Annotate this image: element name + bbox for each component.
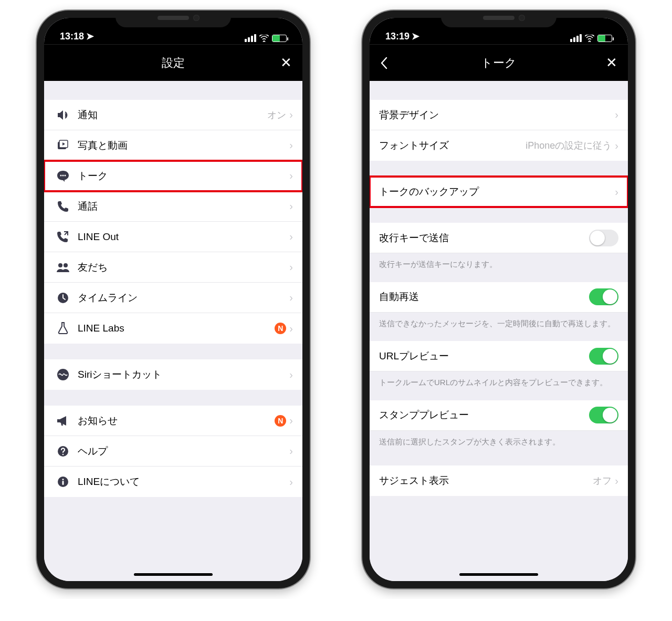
talk-row[interactable]: フォントサイズ iPhoneの設定に従う› — [370, 130, 628, 161]
row-label: URLプレビュー — [379, 349, 589, 363]
flask-icon — [54, 322, 72, 335]
chat-icon — [54, 170, 72, 182]
chevron-right-icon: › — [289, 369, 293, 381]
screen-left: 13:18 ➤ 設定 ✕ 通知 オン › 写真と動画 › トーク — [44, 18, 302, 581]
row-footer: 改行キーが送信キーになります。 — [370, 253, 628, 273]
home-indicator[interactable] — [459, 573, 538, 576]
location-icon: ➤ — [412, 30, 419, 42]
speaker-icon — [54, 109, 72, 121]
settings-row-chat[interactable]: トーク › — [44, 161, 302, 191]
settings-row-phone[interactable]: 通話 › — [44, 191, 302, 222]
chevron-right-icon: › — [289, 170, 293, 182]
chevron-right-icon: › — [289, 445, 293, 457]
chevron-right-icon: › — [615, 109, 618, 121]
svg-rect-13 — [62, 481, 64, 485]
new-badge: N — [275, 415, 286, 427]
talk-row[interactable]: 背景デザイン › — [370, 100, 628, 130]
row-label: ヘルプ — [78, 444, 289, 458]
battery-icon — [272, 35, 287, 42]
close-icon[interactable]: ✕ — [280, 55, 292, 71]
chevron-right-icon: › — [289, 261, 293, 273]
toggle-switch[interactable] — [589, 407, 618, 423]
notch — [116, 11, 231, 27]
status-time: 13:18 — [60, 31, 84, 42]
talk-row[interactable]: サジェスト表示 オフ› — [370, 465, 628, 496]
video-file-icon — [54, 140, 72, 151]
row-value: オフ — [593, 474, 612, 487]
settings-row-help[interactable]: ヘルプ › — [44, 436, 302, 467]
chevron-right-icon: › — [289, 139, 293, 151]
clock-icon — [54, 292, 72, 304]
megaphone-icon — [54, 416, 72, 426]
row-label: 通話 — [78, 200, 289, 213]
row-label: サジェスト表示 — [379, 474, 593, 488]
row-label: 通知 — [78, 108, 267, 122]
row-value: iPhoneの設定に従う — [526, 139, 612, 152]
row-label: スタンププレビュー — [379, 408, 589, 422]
siri-icon — [54, 368, 72, 381]
nav-title: トーク — [481, 55, 517, 71]
row-value: オン — [267, 109, 286, 121]
content-right[interactable]: 背景デザイン › フォントサイズ iPhoneの設定に従う› トークのバックアッ… — [370, 81, 628, 581]
settings-row-speaker[interactable]: 通知 オン › — [44, 100, 302, 130]
talk-row[interactable]: 自動再送 — [370, 282, 628, 313]
signal-icon — [245, 34, 256, 42]
row-label: 友だち — [78, 261, 289, 274]
phone-icon — [54, 201, 72, 212]
toggle-switch[interactable] — [589, 348, 618, 365]
settings-row-phone-out[interactable]: LINE Out › — [44, 222, 302, 252]
row-footer: 送信できなかったメッセージを、一定時間後に自動で再送します。 — [370, 313, 628, 332]
talk-row[interactable]: 改行キーで送信 — [370, 223, 628, 253]
svg-point-12 — [62, 479, 64, 480]
row-label: LINEについて — [78, 475, 289, 489]
row-label: トークのバックアップ — [379, 185, 615, 199]
chevron-right-icon: › — [289, 323, 293, 335]
toggle-switch[interactable] — [589, 288, 618, 305]
talk-row[interactable]: URLプレビュー — [370, 341, 628, 371]
phone-right: 13:19 ➤ トーク ✕ 背景デザイン › フォントサイズ iPhoneの設定… — [362, 11, 635, 588]
svg-point-2 — [60, 174, 62, 176]
settings-row-flask[interactable]: LINE Labs N › — [44, 313, 302, 344]
chevron-right-icon: › — [289, 292, 293, 304]
row-label: 改行キーで送信 — [379, 231, 589, 245]
content-left[interactable]: 通知 オン › 写真と動画 › トーク › 通話 › LINE Out › 友だ… — [44, 81, 302, 581]
settings-row-megaphone[interactable]: お知らせ N › — [44, 406, 302, 436]
wifi-icon — [259, 35, 269, 42]
row-footer: 送信前に選択したスタンプが大きく表示されます。 — [370, 431, 628, 450]
location-icon: ➤ — [86, 30, 94, 42]
row-label: トーク — [78, 169, 289, 183]
battery-icon — [597, 35, 612, 42]
back-icon[interactable] — [380, 57, 387, 69]
talk-row[interactable]: トークのバックアップ › — [370, 177, 628, 207]
talk-row[interactable]: スタンププレビュー — [370, 400, 628, 431]
help-icon — [54, 446, 72, 457]
row-label: 写真と動画 — [78, 139, 289, 152]
row-label: お知らせ — [78, 414, 275, 428]
svg-point-6 — [64, 263, 68, 267]
settings-row-video-file[interactable]: 写真と動画 › — [44, 130, 302, 161]
home-indicator[interactable] — [134, 573, 213, 576]
notch — [441, 11, 556, 27]
status-time: 13:19 — [385, 31, 410, 42]
chevron-right-icon: › — [289, 200, 293, 212]
new-badge: N — [275, 323, 286, 334]
settings-row-info[interactable]: LINEについて › — [44, 467, 302, 497]
toggle-switch[interactable] — [589, 230, 618, 246]
settings-row-clock[interactable]: タイムライン › — [44, 283, 302, 313]
phone-left: 13:18 ➤ 設定 ✕ 通知 オン › 写真と動画 › トーク — [37, 11, 310, 588]
row-label: タイムライン — [78, 291, 289, 305]
settings-row-siri[interactable]: Siriショートカット › — [44, 359, 302, 390]
row-label: フォントサイズ — [379, 139, 526, 152]
settings-row-people[interactable]: 友だち › — [44, 252, 302, 283]
close-icon[interactable]: ✕ — [606, 55, 617, 71]
chevron-right-icon: › — [615, 475, 618, 487]
row-footer: トークルームでURLのサムネイルと内容をプレビューできます。 — [370, 371, 628, 391]
svg-point-5 — [58, 263, 62, 267]
chevron-right-icon: › — [289, 476, 293, 488]
row-label: LINE Out — [78, 231, 289, 243]
signal-icon — [570, 34, 582, 42]
svg-point-4 — [65, 174, 66, 176]
info-icon — [54, 476, 72, 488]
row-label: 背景デザイン — [379, 108, 615, 122]
nav-title: 設定 — [162, 55, 185, 71]
